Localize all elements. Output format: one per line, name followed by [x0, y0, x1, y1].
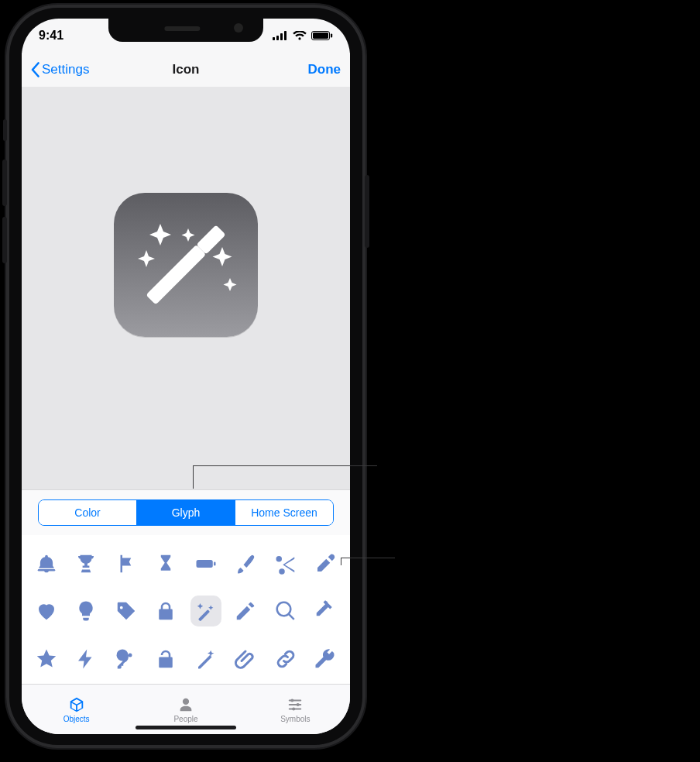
chevron-left-icon: [31, 62, 40, 77]
glyph-paperclip[interactable]: [226, 635, 266, 683]
svg-rect-5: [313, 33, 328, 39]
shortcut-icon-preview: [114, 193, 258, 337]
hammer-icon: [314, 599, 337, 623]
icon-preview-area: [22, 87, 350, 489]
segment-home-screen[interactable]: Home Screen: [235, 500, 333, 525]
unlock-icon: [154, 647, 177, 671]
tab-label: Objects: [63, 715, 90, 723]
svg-rect-3: [284, 31, 287, 40]
svg-rect-1: [276, 36, 279, 40]
svg-rect-6: [331, 34, 332, 38]
svg-rect-12: [198, 610, 210, 622]
tag-icon: [115, 599, 138, 623]
svg-rect-10: [196, 560, 212, 568]
glyph-bell[interactable]: [26, 540, 67, 588]
wifi-icon: [293, 31, 307, 40]
side-power-button: [365, 175, 369, 248]
link-icon: [274, 647, 297, 671]
glyph-battery[interactable]: [186, 540, 226, 588]
lightbulb-icon: [74, 599, 98, 623]
display-notch: [108, 19, 263, 42]
tab-symbols[interactable]: Symbols: [241, 685, 350, 734]
navigation-bar: Settings Icon Done: [22, 53, 350, 88]
segment-color[interactable]: Color: [39, 500, 137, 525]
hourglass-icon: [154, 552, 177, 575]
svg-rect-7: [146, 245, 206, 305]
glyph-magic-wand[interactable]: [186, 588, 226, 636]
status-icons: [273, 31, 333, 40]
glyph-scissors[interactable]: [266, 540, 306, 588]
paintbrush-icon: [234, 552, 257, 575]
svg-rect-11: [214, 561, 216, 565]
segmented-control-bar: Color Glyph Home Screen: [22, 489, 350, 536]
home-indicator[interactable]: [136, 726, 236, 729]
pencil-icon: [234, 599, 257, 623]
svg-rect-0: [273, 37, 275, 40]
eyedropper-icon: [314, 552, 337, 575]
bolt-icon: [74, 647, 98, 671]
heart-icon: [35, 599, 58, 623]
callout-line-glyph-grid-v: [341, 558, 341, 565]
glyph-lightbulb[interactable]: [67, 588, 107, 636]
tab-label: Symbols: [280, 715, 310, 723]
svg-point-16: [297, 702, 300, 705]
glyph-star[interactable]: [26, 635, 67, 683]
battery-icon: [194, 552, 218, 575]
svg-point-14: [291, 698, 294, 702]
magic-wand-icon: [114, 193, 258, 337]
cube-icon: [68, 696, 85, 713]
glyph-unlock[interactable]: [146, 635, 187, 683]
flag-icon: [115, 552, 138, 575]
segment-glyph[interactable]: Glyph: [137, 500, 235, 525]
glyph-link[interactable]: [266, 635, 306, 683]
callout-line-segment-glyph-v: [193, 465, 194, 489]
sliders-icon: [287, 696, 304, 713]
callout-line-segment-glyph-h: [193, 465, 377, 466]
svg-rect-13: [289, 699, 302, 701]
glyph-hammer[interactable]: [306, 588, 346, 636]
callout-line-glyph-grid-h: [341, 558, 395, 558]
person-icon: [177, 696, 194, 713]
back-label: Settings: [42, 62, 89, 77]
glyph-wrench[interactable]: [306, 635, 346, 683]
key-icon: [115, 647, 138, 671]
back-button[interactable]: Settings: [31, 62, 89, 77]
cellular-signal-icon: [273, 31, 288, 40]
glyph-hourglass[interactable]: [146, 540, 187, 588]
glyph-eyedropper[interactable]: [306, 540, 346, 588]
star-icon: [35, 647, 58, 671]
glyph-trophy[interactable]: [67, 540, 107, 588]
glyph-bolt[interactable]: [67, 635, 107, 683]
glyph-tag[interactable]: [106, 588, 146, 636]
magnifying-glass-icon: [274, 599, 297, 623]
glyph-lock[interactable]: [146, 588, 187, 636]
svg-rect-2: [280, 33, 283, 40]
tab-objects[interactable]: Objects: [22, 685, 131, 734]
glyph-key[interactable]: [106, 635, 146, 683]
wrench-icon: [314, 647, 337, 671]
lock-icon: [154, 599, 177, 623]
paperclip-icon: [234, 647, 257, 671]
glyph-magnifying-glass[interactable]: [266, 588, 306, 636]
trophy-icon: [74, 552, 98, 575]
iphone-device-frame: 9:41: [6, 5, 365, 748]
glyph-flag[interactable]: [106, 540, 146, 588]
glyph-wand-star[interactable]: [186, 635, 226, 683]
glyph-heart[interactable]: [26, 588, 67, 636]
bell-icon: [35, 552, 58, 575]
scissors-icon: [274, 552, 297, 575]
magic-wand-icon: [194, 599, 218, 623]
volume-down-button: [2, 217, 7, 263]
status-time: 9:41: [39, 29, 63, 43]
glyph-picker-grid: [22, 535, 350, 685]
battery-full-icon: [311, 31, 333, 40]
mute-switch: [3, 119, 7, 141]
wand-star-icon: [194, 647, 218, 671]
screen: 9:41: [22, 19, 350, 734]
done-button[interactable]: Done: [308, 62, 341, 77]
glyph-paintbrush[interactable]: [226, 540, 266, 588]
icon-type-segmented-control: Color Glyph Home Screen: [38, 499, 334, 526]
svg-rect-15: [289, 704, 302, 705]
svg-rect-9: [38, 569, 56, 572]
glyph-pencil[interactable]: [226, 588, 266, 636]
